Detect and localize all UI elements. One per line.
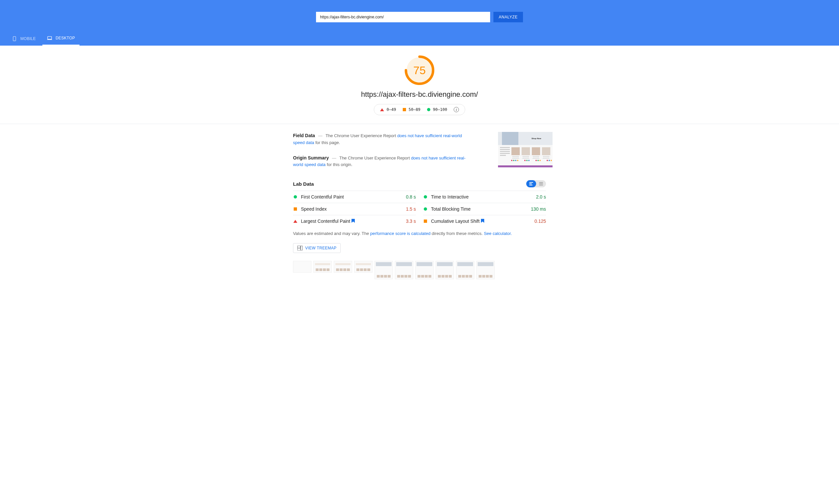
view-treemap-button[interactable]: VIEW TREEMAP [293,243,341,253]
bookmark-icon [352,219,355,223]
metric-value: 0.8 s [406,194,416,199]
metric-value: 0.125 [534,218,546,224]
tab-mobile[interactable]: MOBILE [7,32,40,46]
footnote-lead: Values are estimated and may vary. The [293,231,370,236]
filmstrip-frame[interactable] [334,261,352,273]
metric-value: 2.0 s [536,194,546,199]
footnote-link-calculator[interactable]: See calculator. [484,231,512,236]
triangle-red-icon [380,108,384,111]
hero-section: 75 https://ajax-filters-bc.diviengine.co… [0,46,839,124]
search-row: ANALYZE [0,12,839,32]
desktop-icon [47,35,52,41]
svg-rect-8 [301,246,303,250]
metrics-view-toggle [526,180,546,187]
status-poor-icon [293,220,297,223]
score-gauge: 75 [404,55,435,86]
metric-lcp[interactable]: Largest Contentful Paint3.3 s [293,215,416,227]
metric-name: Time to Interactive [431,194,536,199]
square-orange-icon [403,108,406,111]
tab-desktop[interactable]: DESKTOP [42,32,80,46]
status-avg-icon [293,208,297,211]
score-legend: 0–49 50–89 90–100 i [374,104,465,115]
metric-value: 130 ms [531,206,546,212]
treemap-icon [297,246,303,250]
filmstrip-frame[interactable] [415,261,434,279]
status-good-icon [423,195,428,199]
legend-avg-label: 50–89 [409,107,421,112]
view-treemap-label: VIEW TREEMAP [305,246,337,250]
filmstrip [293,261,546,279]
expanded-view-icon [529,182,533,185]
metric-cls[interactable]: Cumulative Layout Shift0.125 [423,215,546,227]
svg-rect-2 [48,36,52,39]
origin-summary-title: Origin Summary [293,155,329,160]
field-data-lead: The Chrome User Experience Report [326,133,397,138]
origin-summary-trail: for this origin. [326,162,353,167]
tab-mobile-label: MOBILE [20,36,36,41]
origin-summary-lead: The Chrome User Experience Report [339,156,411,160]
url-input[interactable] [316,12,490,22]
filmstrip-frame[interactable] [476,261,495,279]
field-data-title: Field Data [293,133,315,138]
svg-rect-3 [47,39,52,40]
view-expanded-button[interactable] [526,180,536,187]
field-data-trail: for this page. [314,140,340,145]
top-bar: ANALYZE MOBILE DESKTOP [0,0,839,46]
lab-footnote: Values are estimated and may vary. The p… [293,230,546,237]
legend-good-label: 90–100 [433,107,447,112]
filmstrip-frame[interactable] [313,261,332,273]
filmstrip-frame[interactable] [375,261,393,279]
dash-icon: — [330,156,338,160]
filmstrip-frame[interactable] [456,261,474,279]
view-compact-button[interactable] [536,180,546,187]
page-thumbnail[interactable]: Shop Now [498,132,552,167]
lab-data-header: Lab Data [293,180,546,187]
thumbnail-caption: Shop Now [532,138,541,140]
footnote-link-score[interactable]: performance score is calculated [370,231,431,236]
legend-good: 90–100 [427,107,447,112]
metric-tti[interactable]: Time to Interactive2.0 s [423,191,546,203]
lab-data-title: Lab Data [293,181,314,187]
dash-icon: — [316,133,325,138]
content: Shop Now Field Data — The Chrome User Ex… [290,132,549,279]
svg-rect-7 [297,246,301,248]
legend-poor: 0–49 [380,107,396,112]
metric-si[interactable]: Speed Index1.5 s [293,203,416,215]
footnote-mid: directly from these metrics. [430,231,484,236]
field-data-paragraph: Field Data — The Chrome User Experience … [293,132,467,146]
metric-name: Largest Contentful Paint [301,218,406,224]
metric-tbt[interactable]: Total Blocking Time130 ms [423,203,546,215]
filmstrip-frame[interactable] [435,261,454,279]
metric-name: Total Blocking Time [431,206,531,212]
device-tabs: MOBILE DESKTOP [0,32,839,46]
status-good-icon [423,208,428,211]
bookmark-icon [481,219,484,223]
metric-name: Speed Index [301,206,406,212]
circle-green-icon [427,108,430,111]
status-good-icon [293,195,297,199]
metric-name: Cumulative Layout Shift [431,218,534,224]
filmstrip-frame[interactable] [354,261,373,273]
analyze-button[interactable]: ANALYZE [493,12,523,22]
filmstrip-frame[interactable] [395,261,413,279]
page-url: https://ajax-filters-bc.diviengine.com/ [0,90,839,99]
svg-point-1 [14,40,15,40]
mobile-icon [12,36,17,41]
legend-poor-label: 0–49 [387,107,396,112]
metrics-grid: First Contentful Paint0.8 s Time to Inte… [293,191,546,227]
legend-avg: 50–89 [403,107,421,112]
metric-name: First Contentful Paint [301,194,406,199]
status-avg-icon [423,219,428,223]
info-icon[interactable]: i [453,107,459,112]
compact-view-icon [539,182,543,185]
tab-desktop-label: DESKTOP [55,36,75,40]
metric-value: 3.3 s [406,218,416,224]
score-value: 75 [404,55,435,86]
metric-value: 1.5 s [406,206,416,212]
filmstrip-frame[interactable] [293,261,311,273]
metric-fcp[interactable]: First Contentful Paint0.8 s [293,191,416,203]
origin-summary-paragraph: Origin Summary — The Chrome User Experie… [293,154,467,169]
